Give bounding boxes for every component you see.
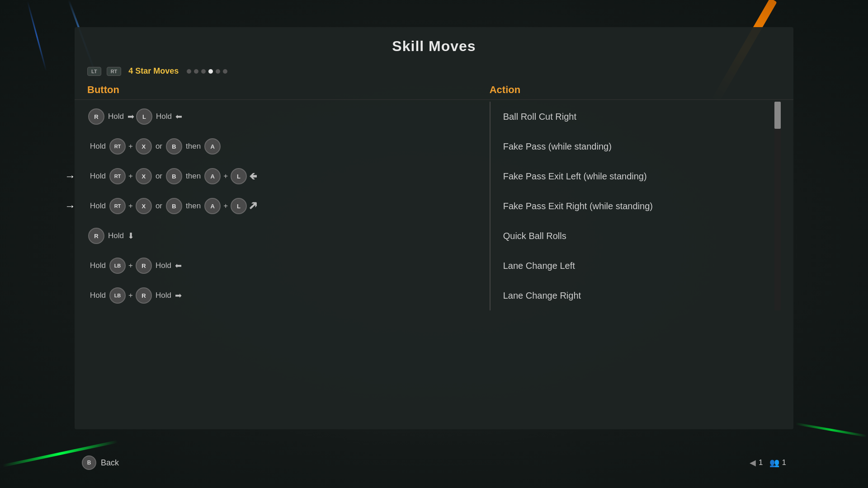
move-row-5: R Hold ⬇	[87, 221, 490, 251]
r-button-3: R	[136, 258, 152, 274]
scrollbar-thumb[interactable]	[774, 102, 781, 129]
rt-button-1: RT	[109, 138, 126, 155]
then-text-3: then	[186, 202, 201, 211]
button-column: R Hold ➡ L Hold ⬅ Hold RT + X or B then …	[87, 102, 490, 310]
nav-left-icon[interactable]: ◀	[750, 458, 756, 468]
arrow-right-icon-2: ➡	[175, 291, 182, 300]
a-button-1: A	[204, 138, 221, 155]
action-column: Ball Roll Cut Right Fake Pass (while sta…	[490, 102, 781, 310]
plus-4: +	[128, 202, 133, 211]
player-count: 1	[782, 458, 786, 467]
back-label: Back	[101, 458, 119, 468]
hold-text-7: Hold	[90, 261, 106, 270]
content-area: R Hold ➡ L Hold ⬅ Hold RT + X or B then …	[75, 102, 793, 310]
a-button-2: A	[204, 168, 221, 184]
arrow-down-icon: ⬇	[127, 231, 134, 241]
then-text-2: then	[186, 172, 201, 181]
action-text-1: Ball Roll Cut Right	[503, 112, 576, 122]
move-row-3: → Hold RT + X or B then A + L 🡸	[87, 161, 490, 191]
action-text-2: Fake Pass (while standing)	[503, 141, 612, 152]
page-info: ◀ 1 👥 1	[750, 458, 786, 468]
move-row-7: Hold LB + R Hold ➡	[87, 281, 490, 310]
ls-right-up-arrow: 🡽	[249, 202, 257, 211]
x-button-2: X	[136, 168, 152, 184]
plus-5: +	[223, 202, 228, 211]
x-button-1: X	[136, 138, 152, 155]
dot-4[interactable]	[208, 69, 213, 74]
page-number: 1	[759, 458, 763, 467]
back-button-group[interactable]: B Back	[82, 455, 119, 470]
star-selector: LT RT 4 Star Moves	[75, 62, 793, 84]
action-text-4: Fake Pass Exit Right (while standing)	[503, 201, 653, 211]
hold-text-10: Hold	[156, 291, 171, 300]
move-row-6: Hold LB + R Hold ⬅	[87, 251, 490, 281]
hold-text-1: Hold	[108, 112, 124, 121]
hold-text-6: Hold	[108, 231, 124, 240]
hold-text-3: Hold	[90, 142, 106, 151]
dot-2[interactable]	[194, 69, 198, 74]
action-row-4: Fake Pass Exit Right (while standing)	[503, 191, 781, 221]
hold-text-9: Hold	[90, 291, 106, 300]
plus-2: +	[128, 172, 133, 181]
dot-6[interactable]	[223, 69, 227, 74]
main-panel: Skill Moves LT RT 4 Star Moves Button Ac…	[75, 27, 793, 429]
l-button-3: L	[231, 198, 247, 214]
lb-button-1: LB	[109, 258, 126, 274]
scrollbar-track[interactable]	[774, 102, 781, 310]
plus-1: +	[128, 142, 133, 151]
star-label: 4 Star Moves	[128, 66, 179, 76]
or-text-2: or	[156, 172, 162, 181]
dots-row	[187, 69, 227, 74]
button-col-header: Button	[87, 84, 490, 96]
player-info: 👥 1	[769, 458, 786, 468]
or-text-3: or	[156, 202, 162, 211]
rt-button-3: RT	[109, 198, 126, 214]
action-text-6: Lane Change Left	[503, 261, 575, 271]
column-headers: Button Action	[75, 84, 793, 100]
action-text-3: Fake Pass Exit Left (while standing)	[503, 171, 647, 182]
a-button-3: A	[204, 198, 221, 214]
hold-text-4: Hold	[90, 172, 106, 181]
action-row-2: Fake Pass (while standing)	[503, 131, 781, 161]
title-bar: Skill Moves	[75, 27, 793, 62]
hold-text-8: Hold	[156, 261, 171, 270]
l-button-2: L	[231, 168, 247, 184]
page-title: Skill Moves	[392, 38, 476, 54]
lb-button-2: LB	[109, 287, 126, 304]
or-text-1: or	[156, 142, 162, 151]
action-row-1: Ball Roll Cut Right	[503, 102, 781, 131]
lt-tab[interactable]: LT	[87, 67, 101, 76]
dot-1[interactable]	[187, 69, 191, 74]
arrow-left-icon-2: ⬅	[175, 261, 182, 271]
action-text-7: Lane Change Right	[503, 291, 581, 301]
page-nav: ◀ 1	[750, 458, 763, 468]
players-icon: 👥	[769, 458, 779, 468]
action-text-5: Quick Ball Rolls	[503, 231, 566, 241]
move-row-4: → Hold RT + X or B then A + L 🡽	[87, 191, 490, 221]
hold-text-2: Hold	[156, 112, 172, 121]
plus-7: +	[128, 291, 133, 300]
dot-5[interactable]	[216, 69, 220, 74]
arrow-left-icon: ⬅	[175, 112, 182, 122]
x-button-3: X	[136, 198, 152, 214]
l-button-1: L	[136, 108, 152, 125]
action-col-header: Action	[490, 84, 781, 96]
r-button: R	[88, 108, 104, 125]
bottom-bar: B Back ◀ 1 👥 1	[75, 455, 793, 470]
plus-3: +	[223, 172, 228, 181]
selection-arrow-4: →	[65, 200, 75, 212]
plus-6: +	[128, 261, 133, 270]
arrow-right-icon: ➡	[127, 112, 134, 122]
dot-3[interactable]	[201, 69, 206, 74]
selection-arrow-3: →	[65, 170, 75, 183]
b-button-1: B	[166, 138, 182, 155]
then-text-1: then	[186, 142, 201, 151]
r-button-4: R	[136, 287, 152, 304]
b-button-back[interactable]: B	[82, 455, 96, 470]
rt-tab[interactable]: RT	[107, 67, 122, 76]
action-row-5: Quick Ball Rolls	[503, 221, 781, 251]
move-row-2: Hold RT + X or B then A	[87, 131, 490, 161]
ls-left-arrow: 🡸	[249, 172, 257, 181]
hold-text-5: Hold	[90, 202, 106, 211]
b-button-2: B	[166, 168, 182, 184]
